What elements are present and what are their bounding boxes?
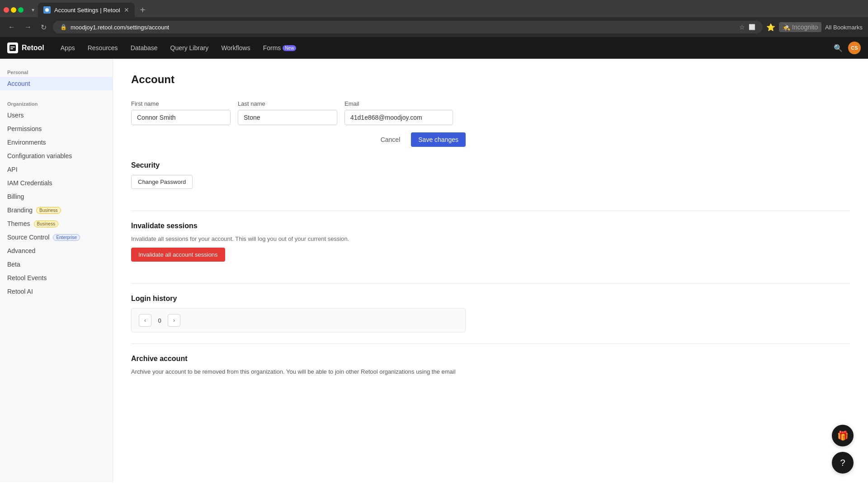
cast-icon[interactable]: ⬜ <box>749 24 755 30</box>
user-avatar[interactable]: CS <box>848 42 861 54</box>
security-title: Security <box>131 161 850 169</box>
svg-point-0 <box>45 8 49 12</box>
invalidate-desc: Invalidate all sessions for your account… <box>131 235 850 242</box>
archive-desc: Archive your account to be removed from … <box>131 368 850 375</box>
window-close[interactable] <box>4 7 9 13</box>
gift-fab-btn[interactable]: 🎁 <box>832 425 854 446</box>
archive-title: Archive account <box>131 355 850 363</box>
sidebar-item-branding[interactable]: Branding Business <box>0 203 113 217</box>
email-label: Email <box>344 100 453 107</box>
nav-resources[interactable]: Resources <box>82 42 123 54</box>
svg-rect-2 <box>10 47 15 47</box>
forms-badge: New <box>283 45 296 51</box>
sidebar-item-source-control[interactable]: Source Control Enterprise <box>0 230 113 244</box>
sidebar-item-themes[interactable]: Themes Business <box>0 217 113 230</box>
top-nav-items: Apps Resources Database Query Library Wo… <box>55 42 823 54</box>
sidebar-item-beta[interactable]: Beta <box>0 258 113 271</box>
logo-icon <box>7 42 18 53</box>
last-name-group: Last name <box>238 100 337 125</box>
first-name-label: First name <box>131 100 231 107</box>
email-group: Email <box>344 100 453 125</box>
invalidate-title: Invalidate sessions <box>131 222 850 230</box>
email-input[interactable] <box>344 110 453 125</box>
profile-form-row: First name Last name Email <box>131 100 850 125</box>
tab-close-btn[interactable]: ✕ <box>124 6 129 14</box>
prev-page-btn[interactable]: ‹ <box>139 314 151 327</box>
window-maximize[interactable] <box>18 7 24 13</box>
sidebar-item-users[interactable]: Users <box>0 108 113 122</box>
sidebar: Personal Account Organization Users Perm… <box>0 59 113 482</box>
logo-text: Retool <box>22 44 44 52</box>
change-password-button[interactable]: Change Password <box>131 175 193 189</box>
sidebar-item-advanced[interactable]: Advanced <box>0 244 113 258</box>
next-page-btn[interactable]: › <box>168 314 180 327</box>
forward-btn[interactable]: → <box>22 21 34 33</box>
active-tab[interactable]: Account Settings | Retool ✕ <box>38 3 135 17</box>
nav-database[interactable]: Database <box>125 42 163 54</box>
invalidate-sessions-button[interactable]: Invalidate all account sessions <box>131 248 225 262</box>
top-nav: Retool Apps Resources Database Query Lib… <box>0 37 868 59</box>
svg-rect-1 <box>9 45 16 51</box>
retool-logo[interactable]: Retool <box>7 42 44 53</box>
back-btn[interactable]: ← <box>5 21 18 33</box>
top-nav-right: 🔍 CS <box>834 42 861 54</box>
search-icon[interactable]: 🔍 <box>834 44 843 52</box>
sidebar-item-retool-events[interactable]: Retool Events <box>0 271 113 285</box>
all-bookmarks[interactable]: All Bookmarks <box>825 24 863 31</box>
new-tab-btn[interactable]: + <box>136 3 150 17</box>
sidebar-item-billing[interactable]: Billing <box>0 190 113 203</box>
address-bar-container[interactable]: 🔒 moodjoy1.retool.com/settings/account ☆… <box>53 21 763 33</box>
last-name-input[interactable] <box>238 110 337 125</box>
first-name-input[interactable] <box>131 110 231 125</box>
first-name-group: First name <box>131 100 231 125</box>
bookmark-icon[interactable]: ⭐ <box>766 23 775 32</box>
tab-favicon <box>43 6 51 14</box>
last-name-label: Last name <box>238 100 337 107</box>
fab-container: 🎁 ? <box>832 425 854 474</box>
svg-rect-3 <box>10 48 13 49</box>
source-control-badge: Enterprise <box>53 234 80 241</box>
personal-section-label: Personal <box>0 66 113 77</box>
window-minimize[interactable] <box>11 7 16 13</box>
login-history-box: ‹ 0 › <box>131 308 466 333</box>
tab-title: Account Settings | Retool <box>54 7 120 14</box>
login-history-title: Login history <box>131 295 850 303</box>
tab-dropdown-icon[interactable]: ▾ <box>32 7 34 13</box>
save-button[interactable]: Save changes <box>411 132 466 147</box>
bookmark-star-icon[interactable]: ☆ <box>739 23 745 31</box>
themes-badge: Business <box>34 221 59 227</box>
organization-section-label: Organization <box>0 98 113 108</box>
nav-apps[interactable]: Apps <box>55 42 80 54</box>
nav-forms[interactable]: Forms New <box>258 42 302 54</box>
form-actions: Cancel Save changes <box>131 132 466 147</box>
nav-workflows[interactable]: Workflows <box>216 42 255 54</box>
sidebar-account-label: Account <box>7 80 30 87</box>
incognito-badge: 🕵 Incognito <box>779 22 821 32</box>
sidebar-item-iam-credentials[interactable]: IAM Credentials <box>0 176 113 190</box>
url-display: moodjoy1.retool.com/settings/account <box>71 24 736 31</box>
page-number: 0 <box>155 317 164 324</box>
branding-badge: Business <box>36 207 61 214</box>
sidebar-item-environments[interactable]: Environments <box>0 136 113 149</box>
cancel-button[interactable]: Cancel <box>375 132 406 147</box>
sidebar-item-retool-ai[interactable]: Retool AI <box>0 285 113 298</box>
sidebar-item-account[interactable]: Account <box>0 77 113 90</box>
page-title: Account <box>131 73 850 86</box>
sidebar-item-api[interactable]: API <box>0 163 113 176</box>
sidebar-item-permissions[interactable]: Permissions <box>0 122 113 136</box>
nav-query-library[interactable]: Query Library <box>165 42 214 54</box>
sidebar-item-config-vars[interactable]: Configuration variables <box>0 149 113 163</box>
help-fab-btn[interactable]: ? <box>832 452 854 474</box>
refresh-btn[interactable]: ↻ <box>38 21 49 33</box>
content-area: Account First name Last name Email Cance… <box>113 59 868 482</box>
